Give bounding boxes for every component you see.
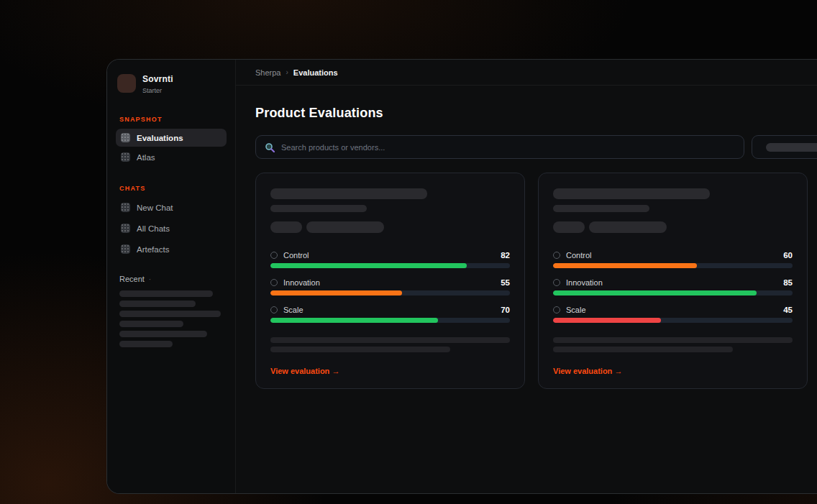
metric-value: 45 [783,306,793,314]
progress-fill [270,318,438,323]
skeleton-tag [589,221,667,233]
artefacts-icon [121,244,130,254]
metric-circle-icon [270,306,278,313]
progress-track [553,290,793,295]
skeleton-bar [119,331,207,337]
search-input[interactable] [281,143,735,152]
metric-circle-icon [270,252,278,259]
view-evaluation-link[interactable]: View evaluation → [553,367,622,375]
sidebar-item-label: New Chat [137,203,173,212]
main-panel: Sherpa › Evaluations Product Evaluations [236,60,817,493]
skeleton-title [270,188,427,199]
section-label-chats: CHATS [119,185,227,192]
progress-fill [270,263,467,268]
progress-track [270,290,510,295]
metric-row: Control 82 [270,251,510,268]
recent-dot: · [149,275,151,283]
metric-circle-icon [553,252,560,259]
breadcrumb-current: Evaluations [293,68,338,77]
metric-label: Scale [283,306,303,314]
sidebar-item-label: Atlas [137,153,155,162]
brand-logo [117,74,136,93]
progress-fill [270,290,402,295]
all-chats-icon [121,224,130,233]
evaluations-icon [121,133,130,142]
skeleton-bar [119,311,221,317]
app-window: Sovrnti Starter SNAPSHOT Evaluations Atl… [106,59,817,494]
evaluation-cards: Control 82 Innovation 55 [255,173,817,389]
metric-circle-icon [270,279,278,286]
sidebar-item-label: All Chats [137,224,170,233]
sidebar-item-new-chat[interactable]: New Chat [116,198,227,217]
metric-value: 55 [501,278,510,287]
sidebar-item-label: Artefacts [137,245,169,254]
skeleton-bar [553,347,733,352]
brand-name: Sovrnti [142,74,173,84]
skeleton-subtitle [270,205,367,212]
metric-label: Innovation [283,278,320,287]
skeleton-bar [119,301,196,307]
sidebar-item-artefacts[interactable]: Artefacts [116,239,227,259]
page-title: Product Evaluations [255,106,817,121]
atlas-icon [121,152,130,162]
metric-row: Control 60 [553,251,793,268]
progress-fill [553,263,697,268]
breadcrumb: Sherpa › Evaluations [236,60,817,86]
section-label-snapshot: SNAPSHOT [119,116,227,123]
brand-plan: Starter [142,87,173,94]
metric-value: 85 [783,278,793,287]
progress-fill [553,318,661,323]
progress-track [270,318,510,323]
skeleton-bar [270,337,510,343]
search-icon [265,142,275,152]
progress-track [270,263,510,268]
metric-value: 60 [783,251,793,260]
recent-label: Recent· [119,275,227,283]
sidebar-item-atlas[interactable]: Atlas [116,148,227,166]
breadcrumb-separator-icon: › [286,68,288,76]
metric-label: Innovation [566,278,603,287]
sidebar: Sovrnti Starter SNAPSHOT Evaluations Atl… [107,60,236,493]
filter-pill[interactable] [752,135,817,159]
skeleton-bar [119,290,213,297]
skeleton-title [553,188,710,199]
skeleton-subtitle [553,205,649,212]
skeleton-bar [119,341,173,347]
evaluation-card: Control 60 Innovation 85 [538,173,808,389]
progress-fill [553,290,757,295]
evaluation-card: Control 82 Innovation 55 [255,173,525,389]
view-evaluation-link[interactable]: View evaluation → [270,367,339,375]
metric-value: 70 [501,306,510,314]
skeleton-bar [119,321,183,327]
breadcrumb-parent[interactable]: Sherpa [255,68,280,77]
metric-row: Innovation 55 [270,278,510,295]
new-chat-icon [121,203,130,212]
metric-label: Control [566,251,591,260]
search-box[interactable] [255,135,744,159]
metric-value: 82 [501,251,510,260]
brand: Sovrnti Starter [116,74,227,94]
skeleton-tag [553,221,585,233]
skeleton-bar [766,143,817,152]
metric-label: Control [283,251,309,260]
progress-track [553,263,793,268]
metric-row: Innovation 85 [553,278,793,295]
metric-circle-icon [553,279,560,286]
skeleton-tag [270,221,302,233]
desktop-backdrop: { "brand": { "name": "Sovrnti", "plan": … [0,0,817,504]
metric-circle-icon [553,306,560,313]
metric-row: Scale 70 [270,306,510,323]
progress-track [553,318,793,323]
metric-row: Scale 45 [553,306,793,323]
skeleton-tag [306,221,384,233]
sidebar-item-label: Evaluations [137,134,183,142]
skeleton-bar [270,347,450,352]
skeleton-bar [553,337,793,343]
sidebar-item-all-chats[interactable]: All Chats [116,219,227,238]
sidebar-item-evaluations[interactable]: Evaluations [116,129,227,147]
metric-label: Scale [566,306,586,314]
